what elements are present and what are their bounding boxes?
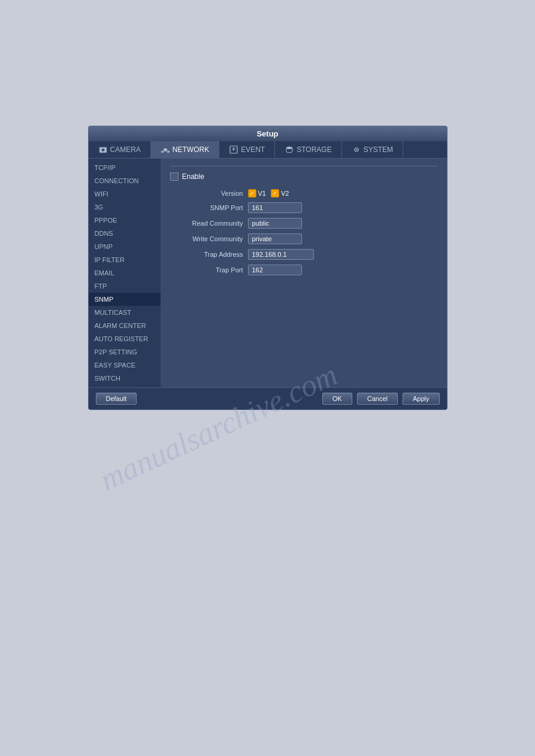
- enable-label: Enable: [182, 172, 204, 181]
- content-area: TCP/IP CONNECTION WIFI 3G PPPOE DDNS: [89, 159, 447, 387]
- camera-icon: [98, 145, 108, 154]
- title-bar: Setup: [89, 126, 447, 141]
- read-community-input[interactable]: [248, 218, 302, 229]
- sidebar-item-upnp[interactable]: UPNP: [89, 240, 161, 253]
- trap-address-input[interactable]: [248, 249, 314, 260]
- enable-checkbox[interactable]: [170, 172, 179, 181]
- sidebar-item-snmp[interactable]: SNMP: [89, 293, 161, 306]
- cancel-button[interactable]: Cancel: [357, 393, 398, 405]
- v1-label: V1: [258, 190, 266, 197]
- tab-event[interactable]: EVENT: [219, 141, 275, 158]
- tab-event-label: EVENT: [241, 145, 265, 154]
- sidebar: TCP/IP CONNECTION WIFI 3G PPPOE DDNS: [89, 159, 161, 387]
- version-row: Version ✓ V1 ✓ V2: [170, 189, 437, 198]
- sidebar-item-p2psetting[interactable]: P2P SETTING: [89, 345, 161, 359]
- tab-network-label: NETWORK: [173, 145, 209, 154]
- network-icon: [161, 145, 170, 154]
- version-label: Version: [170, 190, 248, 197]
- event-icon: [229, 145, 238, 154]
- tab-camera-label: CAMERA: [110, 145, 141, 154]
- sidebar-item-email[interactable]: EMAIL: [89, 266, 161, 280]
- write-community-row: Write Community: [170, 233, 437, 244]
- footer-right: OK Cancel Apply: [322, 393, 440, 405]
- snmp-panel: Enable Version ✓ V1 ✓: [161, 159, 447, 387]
- sidebar-item-connection[interactable]: CONNECTION: [89, 174, 161, 187]
- tab-network[interactable]: NETWORK: [151, 141, 219, 158]
- sidebar-item-ipfilter[interactable]: IP FILTER: [89, 253, 161, 266]
- sidebar-item-ftp[interactable]: FTP: [89, 280, 161, 293]
- default-button[interactable]: Default: [96, 393, 137, 405]
- tab-system-label: SYSTEM: [364, 145, 393, 154]
- read-community-row: Read Community: [170, 218, 437, 229]
- v2-option[interactable]: ✓ V2: [271, 189, 289, 198]
- v1-option[interactable]: ✓ V1: [248, 189, 266, 198]
- snmp-form: Version ✓ V1 ✓ V2: [170, 189, 437, 275]
- sidebar-item-pppoe[interactable]: PPPOE: [89, 214, 161, 227]
- sidebar-item-multicast[interactable]: MULTICAST: [89, 306, 161, 319]
- svg-point-10: [286, 147, 292, 149]
- sidebar-item-tcpip[interactable]: TCP/IP: [89, 161, 161, 174]
- sidebar-item-wifi[interactable]: WIFI: [89, 187, 161, 201]
- trap-address-label: Trap Address: [170, 251, 248, 258]
- tab-storage[interactable]: STORAGE: [275, 141, 341, 158]
- tab-camera[interactable]: CAMERA: [89, 141, 151, 158]
- trap-address-row: Trap Address: [170, 249, 437, 260]
- apply-button[interactable]: Apply: [403, 393, 440, 405]
- system-icon: [352, 145, 361, 154]
- top-divider: [170, 166, 437, 166]
- trap-port-label: Trap Port: [170, 266, 248, 274]
- write-community-input[interactable]: [248, 233, 302, 244]
- sidebar-item-ddns[interactable]: DDNS: [89, 227, 161, 240]
- sidebar-item-3g[interactable]: 3G: [89, 201, 161, 214]
- tab-bar: CAMERA NETWORK EVENT STORAGE: [89, 141, 447, 159]
- setup-window: Setup CAMERA NETWORK EVENT: [88, 126, 448, 410]
- sidebar-item-switch[interactable]: SWITCH: [89, 372, 161, 385]
- window-title: Setup: [256, 129, 278, 138]
- snmp-port-input[interactable]: [248, 202, 302, 213]
- footer-left: Default: [96, 393, 137, 405]
- sidebar-item-easyspace[interactable]: EASY SPACE: [89, 359, 161, 372]
- read-community-label: Read Community: [170, 220, 248, 227]
- v2-checkbox[interactable]: ✓: [271, 189, 279, 198]
- v2-label: V2: [281, 190, 289, 197]
- storage-icon: [285, 145, 294, 154]
- trap-port-row: Trap Port: [170, 265, 437, 275]
- footer-bar: Default OK Cancel Apply: [89, 387, 447, 409]
- enable-row: Enable: [170, 172, 437, 181]
- svg-point-1: [101, 148, 104, 151]
- ok-button[interactable]: OK: [322, 393, 352, 405]
- tab-storage-label: STORAGE: [297, 145, 331, 154]
- svg-point-12: [356, 149, 357, 150]
- v1-checkbox[interactable]: ✓: [248, 189, 256, 198]
- version-options: ✓ V1 ✓ V2: [248, 189, 289, 198]
- tab-system[interactable]: SYSTEM: [342, 141, 403, 158]
- trap-port-input[interactable]: [248, 265, 302, 275]
- sidebar-item-alarmcenter[interactable]: ALARM CENTER: [89, 319, 161, 332]
- snmp-port-row: SNMP Port: [170, 202, 437, 213]
- sidebar-item-autoregister[interactable]: AUTO REGISTER: [89, 332, 161, 345]
- snmp-port-label: SNMP Port: [170, 204, 248, 211]
- write-community-label: Write Community: [170, 235, 248, 242]
